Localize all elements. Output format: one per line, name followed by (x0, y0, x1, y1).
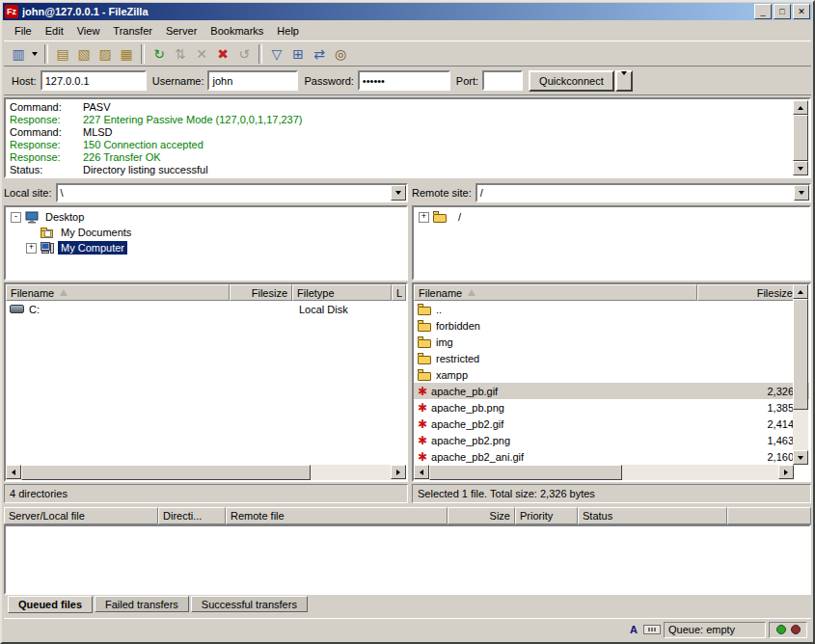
combo-dropdown-button[interactable] (391, 185, 406, 201)
filter-button[interactable]: ▽ (266, 43, 287, 65)
column-header-filetype[interactable]: Filetype (292, 284, 392, 301)
folder-icon (418, 339, 431, 348)
disconnect-button[interactable]: ✖ (212, 43, 233, 65)
file-row[interactable]: ✱apache_pb2.gif 2,414 (414, 416, 809, 432)
file-row[interactable]: ✱apache_pb2_ani.gif 2,160 (414, 448, 809, 465)
quickconnect-dropdown[interactable] (615, 70, 633, 92)
tree-item-root[interactable]: + / (416, 209, 809, 225)
file-icon: ✱ (418, 386, 427, 397)
toggle-local-tree-button[interactable]: ▧ (73, 43, 95, 65)
column-header-filename[interactable]: Filename (6, 284, 230, 301)
column-header-last-modified[interactable]: L (392, 284, 406, 301)
password-input[interactable] (358, 70, 450, 91)
scroll-up-button[interactable] (793, 284, 808, 299)
column-header-filler (727, 507, 811, 524)
find-icon: ◎ (335, 47, 346, 61)
tree-item-my-documents[interactable]: My Documents (8, 225, 406, 240)
scrollbar-thumb[interactable] (429, 465, 622, 480)
port-input[interactable] (482, 70, 523, 91)
column-header-server-local-file[interactable]: Server/Local file (4, 507, 158, 524)
scroll-left-button[interactable] (6, 465, 21, 479)
username-input[interactable] (207, 70, 298, 91)
process-queue-button[interactable]: ⇅ (170, 43, 191, 65)
toggle-remote-tree-button[interactable]: ▨ (95, 43, 116, 65)
toolbar-separator (44, 44, 48, 64)
local-horizontal-scrollbar[interactable] (6, 465, 406, 480)
arrow-down-icon (798, 456, 803, 460)
file-row-c-drive[interactable]: C: Local Disk (6, 301, 406, 317)
toolbar-separator (258, 44, 262, 64)
collapse-icon[interactable]: - (11, 212, 21, 223)
log-scrollbar[interactable] (793, 100, 808, 175)
remote-list-body: .. forbidden img restricted xampp ✱apach… (414, 301, 809, 467)
scroll-right-button[interactable] (391, 465, 406, 479)
scroll-left-button[interactable] (414, 465, 429, 479)
file-row[interactable]: xampp (414, 366, 809, 383)
menu-item-help[interactable]: Help (270, 23, 306, 39)
tab-successful-transfers[interactable]: Successful transfers (191, 596, 308, 612)
scrollbar-thumb[interactable] (793, 299, 808, 410)
combo-dropdown-button[interactable] (794, 185, 809, 201)
file-row[interactable]: .. (414, 301, 809, 317)
scroll-right-button[interactable] (778, 465, 794, 479)
menu-item-edit[interactable]: Edit (39, 23, 70, 39)
host-input[interactable] (41, 70, 147, 91)
close-button[interactable]: ✕ (793, 4, 810, 19)
column-header-filename[interactable]: Filename (414, 284, 697, 301)
tab-failed-transfers[interactable]: Failed transfers (95, 596, 189, 612)
file-row[interactable]: forbidden (414, 317, 809, 334)
local-site-combobox[interactable]: \ (56, 183, 408, 202)
column-header-filesize[interactable]: Filesize (697, 284, 798, 301)
column-header-priority[interactable]: Priority (515, 507, 578, 524)
expand-icon[interactable]: + (26, 243, 37, 254)
column-header-remote-file[interactable]: Remote file (226, 507, 448, 524)
column-header-direction[interactable]: Directi... (158, 507, 226, 524)
site-manager-dropdown[interactable] (29, 43, 41, 65)
expand-icon[interactable]: + (419, 212, 429, 223)
arrow-left-icon (420, 470, 423, 475)
sync-browsing-button[interactable]: ⇄ (309, 43, 330, 65)
log-line: Command:PASV (10, 101, 790, 114)
find-button[interactable]: ◎ (330, 43, 351, 65)
maximize-button[interactable]: □ (774, 4, 791, 19)
menu-item-bookmarks[interactable]: Bookmarks (204, 23, 270, 39)
quickconnect-button[interactable]: Quickconnect (529, 70, 614, 92)
transfer-queue-list[interactable] (4, 524, 811, 595)
refresh-button[interactable]: ↻ (149, 43, 170, 65)
toggle-queue-button[interactable]: ▦ (116, 43, 137, 65)
remote-vertical-scrollbar[interactable] (793, 284, 808, 465)
menu-item-transfer[interactable]: Transfer (106, 23, 159, 39)
column-header-size[interactable]: Size (448, 507, 515, 524)
tree-item-desktop[interactable]: - Desktop (8, 209, 406, 225)
scrollbar-thumb[interactable] (793, 115, 808, 161)
file-row[interactable]: img (414, 334, 809, 350)
minimize-button[interactable]: _ (754, 4, 772, 19)
remote-horizontal-scrollbar[interactable] (414, 465, 794, 480)
arrow-left-icon (12, 470, 15, 475)
menu-item-file[interactable]: File (8, 23, 39, 39)
compare-button[interactable]: ⊞ (287, 43, 309, 65)
titlebar[interactable]: Fz john@127.0.0.1 - FileZilla _ □ ✕ (3, 3, 812, 20)
tab-queued-files[interactable]: Queued files (8, 596, 93, 613)
folder-icon (418, 356, 431, 364)
column-header-filesize[interactable]: Filesize (230, 284, 292, 301)
toggle-log-button[interactable]: ▤ (52, 43, 73, 65)
reconnect-button[interactable]: ↺ (233, 43, 255, 65)
file-row-selected[interactable]: ✱apache_pb.gif 2,326 (414, 383, 809, 399)
scroll-up-button[interactable] (793, 100, 808, 115)
menu-item-server[interactable]: Server (159, 23, 204, 39)
cancel-button[interactable]: ✕ (191, 43, 212, 65)
file-row[interactable]: ✱apache_pb2.png 1,463 (414, 432, 809, 448)
column-header-status[interactable]: Status (578, 507, 727, 524)
tree-item-my-computer[interactable]: + My Computer (8, 240, 406, 255)
file-row[interactable]: ✱apache_pb.png 1,385 (414, 399, 809, 416)
scroll-down-button[interactable] (793, 161, 808, 175)
site-manager-button[interactable]: ▥ (8, 43, 29, 65)
remote-site-combobox[interactable]: / (475, 183, 811, 202)
scrollbar-thumb[interactable] (21, 465, 311, 480)
scroll-down-button[interactable] (793, 450, 808, 465)
menu-item-view[interactable]: View (70, 23, 107, 39)
toggle-local-tree-icon: ▧ (77, 47, 90, 61)
file-row[interactable]: restricted (414, 350, 809, 366)
reconnect-icon: ↺ (238, 47, 250, 61)
